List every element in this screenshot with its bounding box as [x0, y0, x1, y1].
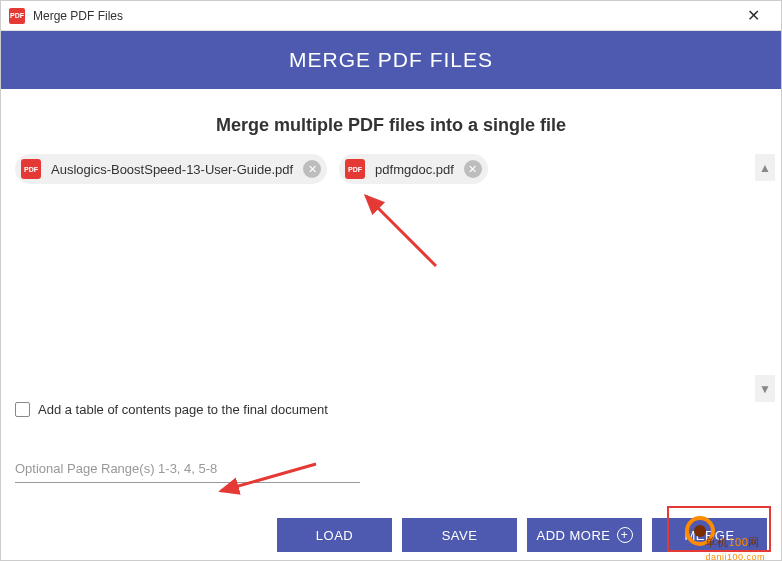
toc-option-row: Add a table of contents page to the fina… [1, 402, 781, 417]
pdf-icon: PDF [345, 159, 365, 179]
load-button[interactable]: LOAD [277, 518, 392, 552]
move-up-button[interactable]: ▲ [755, 154, 775, 181]
remove-file-icon[interactable]: ✕ [464, 160, 482, 178]
toc-checkbox[interactable] [15, 402, 30, 417]
close-button[interactable]: ✕ [733, 1, 773, 31]
window-title: Merge PDF Files [33, 9, 733, 23]
banner-title: MERGE PDF FILES [1, 31, 781, 89]
file-chip[interactable]: PDF Auslogics-BoostSpeed-13-User-Guide.p… [15, 154, 327, 184]
titlebar: PDF Merge PDF Files ✕ [1, 1, 781, 31]
pdf-icon: PDF [21, 159, 41, 179]
plus-icon: + [617, 527, 633, 543]
add-more-label: ADD MORE [536, 528, 610, 543]
add-more-button[interactable]: ADD MORE + [527, 518, 642, 552]
app-pdf-icon: PDF [9, 8, 25, 24]
move-down-button[interactable]: ▼ [755, 375, 775, 402]
action-button-row: LOAD SAVE ADD MORE + MERGE [277, 518, 767, 552]
page-subtitle: Merge multiple PDF files into a single f… [1, 89, 781, 154]
file-chip-label: pdfmgdoc.pdf [375, 162, 454, 177]
toc-checkbox-label: Add a table of contents page to the fina… [38, 402, 328, 417]
file-list-area: PDF Auslogics-BoostSpeed-13-User-Guide.p… [1, 154, 781, 402]
page-range-input[interactable] [15, 455, 360, 483]
save-button[interactable]: SAVE [402, 518, 517, 552]
file-chip-label: Auslogics-BoostSpeed-13-User-Guide.pdf [51, 162, 293, 177]
file-chip[interactable]: PDF pdfmgdoc.pdf ✕ [339, 154, 488, 184]
merge-button[interactable]: MERGE [652, 518, 767, 552]
remove-file-icon[interactable]: ✕ [303, 160, 321, 178]
